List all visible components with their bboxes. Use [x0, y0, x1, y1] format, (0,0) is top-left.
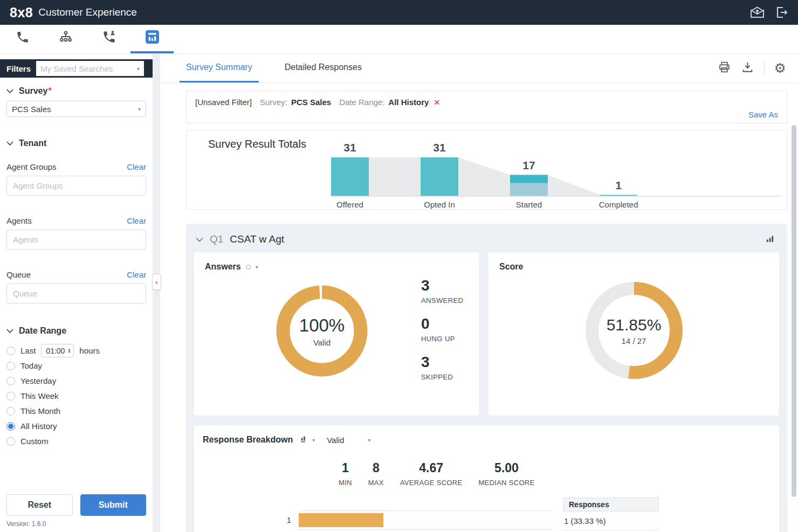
remove-filter-icon[interactable]: ✕ [434, 98, 440, 107]
date-range-section-label: Date Range [19, 326, 66, 336]
response-category-label: 1 [284, 515, 299, 524]
chevron-down-icon[interactable]: ▾ [368, 437, 370, 443]
queue-input[interactable] [6, 284, 146, 303]
agent-groups-clear-link[interactable]: Clear [127, 162, 146, 171]
gear-icon[interactable]: ⚙ [774, 61, 786, 75]
spinner-down-icon[interactable]: ▼ [67, 351, 71, 354]
nav-tab-ivr[interactable] [44, 25, 87, 53]
org-chart-icon [59, 30, 73, 46]
brand-logo: 8x8 [10, 5, 33, 20]
question-number: Q1 [210, 233, 223, 245]
stat-max: 8 MAX [368, 461, 384, 487]
date-option-this-week[interactable]: This Week [6, 391, 146, 401]
report-tabs: Survey Summary Detailed Responses ⚙ [160, 54, 798, 83]
svg-text:1: 1 [615, 179, 622, 191]
tenant-section-header[interactable]: Tenant [6, 139, 146, 148]
required-asterisk: * [48, 86, 51, 95]
filters-sidebar: Filters My Saved Searches ▾ Survey* PCS … [0, 54, 153, 532]
radio-selected-icon[interactable] [6, 422, 15, 431]
sidebar-collapse-button[interactable]: ‹ [152, 274, 161, 290]
main-scrollbar[interactable] [792, 125, 796, 497]
response-breakdown-title: Response Breakdown [203, 435, 293, 445]
tab-detailed-responses[interactable]: Detailed Responses [278, 54, 368, 82]
print-icon[interactable] [718, 60, 731, 76]
tab-survey-summary[interactable]: Survey Summary [180, 54, 259, 82]
svg-text:Completed: Completed [599, 200, 638, 209]
survey-filter-key: Survey: [260, 98, 287, 107]
svg-text:Started: Started [516, 200, 542, 209]
app-title: Customer Experience [38, 6, 137, 18]
agents-input[interactable] [6, 230, 146, 250]
date-range-section-header[interactable]: Date Range [6, 326, 146, 336]
tenant-section-label: Tenant [19, 139, 46, 148]
module-nav [0, 25, 798, 54]
reports-icon [145, 30, 160, 46]
survey-result-totals-card: Survey Result Totals 31Offered31Opted In… [186, 130, 787, 210]
radio-icon[interactable] [6, 377, 15, 385]
last-hours-value: 01:00 [46, 347, 65, 355]
survey-filter-value: PCS Sales [291, 98, 331, 107]
date-option-today[interactable]: Today [6, 361, 146, 371]
date-option-this-month[interactable]: This Month [6, 406, 146, 416]
main-area: Survey Summary Detailed Responses ⚙ [160, 54, 798, 532]
svg-text:Opted In: Opted In [424, 200, 455, 209]
nav-tab-reports[interactable] [130, 25, 174, 53]
stat-hung-up: 0 HUNG UP [421, 316, 463, 343]
score-center-value: 51.85% [607, 316, 662, 334]
chevron-down-icon[interactable]: ▾ [256, 264, 258, 270]
chart-type-icon[interactable] [766, 234, 778, 245]
radio-icon[interactable] [6, 407, 15, 416]
agent-groups-input[interactable] [6, 176, 146, 196]
sidebar-scrollbar[interactable]: ‹ [153, 54, 160, 532]
survey-section-header[interactable]: Survey* [6, 86, 146, 96]
radio-icon[interactable] [6, 362, 15, 370]
logout-icon[interactable] [775, 6, 788, 19]
funnel-chart: 31Offered31Opted In17Started1Completed [187, 132, 785, 210]
main-scroll-area: [Unsaved Filter] Survey: PCS Sales Date … [160, 83, 798, 532]
date-option-custom[interactable]: Custom [6, 436, 146, 446]
reset-button[interactable]: Reset [6, 494, 73, 516]
hours-suffix: hours [79, 346, 100, 355]
save-as-link[interactable]: Save As [748, 110, 778, 119]
version-label: Version: 1.6.0 [6, 520, 46, 528]
date-filter-key: Date Range: [339, 98, 384, 107]
answers-donut: 100% Valid [276, 285, 368, 377]
responses-table: Responses 1 (33.33 %) 0 [563, 498, 659, 532]
chevron-down-icon: ▾ [138, 106, 141, 112]
download-icon[interactable] [741, 60, 754, 76]
submit-button[interactable]: Submit [80, 494, 147, 516]
response-bar[interactable] [299, 513, 383, 527]
date-option-last[interactable]: Last 01:00 ▲▼ hours [6, 346, 146, 356]
svg-text:17: 17 [522, 159, 535, 171]
date-option-all-history[interactable]: All History [6, 421, 146, 431]
response-row-1: 1 [284, 510, 553, 529]
bar-chart-style-icon[interactable] [300, 435, 308, 445]
radio-icon[interactable] [6, 347, 15, 355]
score-title: Score [499, 262, 523, 271]
nav-tab-calls[interactable] [1, 25, 44, 53]
answers-center-value: 100% [299, 315, 345, 336]
radio-icon[interactable] [6, 392, 15, 400]
donut-style-icon[interactable] [246, 265, 251, 270]
chevron-down-icon: ▾ [137, 66, 140, 72]
svg-text:Offered: Offered [336, 200, 363, 209]
survey-select[interactable]: PCS Sales ▾ [6, 101, 146, 117]
app-window: 8x8 Customer Experience [0, 0, 798, 532]
chevron-down-icon[interactable]: ▾ [312, 437, 315, 443]
radio-icon[interactable] [6, 437, 15, 446]
response-bar-chart: 1 2 [284, 498, 553, 532]
question-1-header[interactable]: Q1 CSAT w Agt [194, 229, 780, 250]
score-card: Score 51.85% 14 / 27 [488, 252, 780, 416]
date-option-yesterday[interactable]: Yesterday [6, 376, 146, 386]
question-title: CSAT w Agt [230, 233, 284, 245]
saved-searches-select[interactable]: My Saved Searches ▾ [36, 61, 144, 76]
responses-column-header: Responses [563, 498, 659, 512]
valid-filter-select[interactable]: Valid [327, 436, 344, 445]
last-hours-stepper[interactable]: 01:00 ▲▼ [41, 344, 74, 357]
filters-header: Filters My Saved Searches ▾ [0, 59, 153, 78]
nav-tab-agent-calls[interactable] [87, 25, 130, 53]
agents-clear-link[interactable]: Clear [127, 216, 146, 225]
chevron-down-icon [196, 237, 203, 242]
queue-clear-link[interactable]: Clear [127, 270, 146, 279]
share-feedback-icon[interactable] [750, 6, 765, 19]
